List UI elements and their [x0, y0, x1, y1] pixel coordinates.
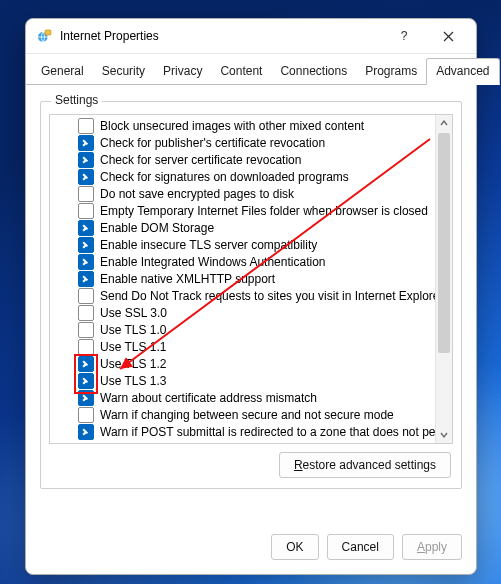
settings-item-label: Warn if changing between secure and not … [100, 408, 394, 422]
internet-properties-dialog: Internet Properties ? GeneralSecurityPri… [25, 18, 477, 575]
restore-label-rest: estore advanced settings [303, 458, 436, 472]
settings-row[interactable]: Empty Temporary Internet Files folder wh… [78, 202, 452, 219]
checkbox[interactable] [78, 237, 94, 253]
settings-row[interactable]: Check for server certificate revocation [78, 151, 452, 168]
checkbox[interactable] [78, 424, 94, 440]
checkbox[interactable] [78, 390, 94, 406]
checkbox[interactable] [78, 305, 94, 321]
settings-row[interactable]: Check for publisher's certificate revoca… [78, 134, 452, 151]
settings-item-label: Check for signatures on downloaded progr… [100, 170, 349, 184]
close-icon [443, 31, 454, 42]
checkbox[interactable] [78, 186, 94, 202]
cancel-label: Cancel [342, 540, 379, 554]
checkbox[interactable] [78, 169, 94, 185]
checkbox[interactable] [78, 322, 94, 338]
scrollbar[interactable] [435, 115, 452, 443]
settings-item-label: Enable insecure TLS server compatibility [100, 238, 317, 252]
settings-row[interactable]: Use TLS 1.0 [78, 321, 452, 338]
settings-list-box: Block unsecured images with other mixed … [49, 114, 453, 444]
tab-programs[interactable]: Programs [356, 59, 426, 84]
ok-button[interactable]: OK [271, 534, 318, 560]
dialog-body: Settings Block unsecured images with oth… [26, 85, 476, 522]
scroll-down-arrow-icon[interactable] [436, 427, 452, 443]
scrollbar-thumb[interactable] [438, 133, 450, 353]
internet-options-icon [36, 28, 52, 44]
checkbox[interactable] [78, 254, 94, 270]
close-button[interactable] [426, 22, 470, 50]
checkbox[interactable] [78, 373, 94, 389]
settings-row[interactable]: Use SSL 3.0 [78, 304, 452, 321]
tab-privacy[interactable]: Privacy [154, 59, 211, 84]
checkbox[interactable] [78, 288, 94, 304]
settings-item-label: Block unsecured images with other mixed … [100, 119, 364, 133]
ok-label: OK [286, 540, 303, 554]
settings-list: Block unsecured images with other mixed … [50, 115, 452, 442]
checkbox[interactable] [78, 203, 94, 219]
settings-row[interactable]: Use TLS 1.2 [78, 355, 452, 372]
checkbox[interactable] [78, 339, 94, 355]
settings-item-label: Use TLS 1.2 [100, 357, 166, 371]
settings-row[interactable]: Enable native XMLHTTP support [78, 270, 452, 287]
settings-row[interactable]: Block unsecured images with other mixed … [78, 117, 452, 134]
settings-item-label: Use TLS 1.3 [100, 374, 166, 388]
checkbox[interactable] [78, 118, 94, 134]
settings-item-label: Send Do Not Track requests to sites you … [100, 289, 444, 303]
cancel-button[interactable]: Cancel [327, 534, 394, 560]
settings-row[interactable]: Warn about certificate address mismatch [78, 389, 452, 406]
settings-item-label: Enable Integrated Windows Authentication [100, 255, 325, 269]
checkbox[interactable] [78, 356, 94, 372]
help-icon: ? [398, 30, 410, 42]
svg-rect-1 [45, 30, 51, 35]
settings-row[interactable]: Do not save encrypted pages to disk [78, 185, 452, 202]
settings-item-label: Use TLS 1.1 [100, 340, 166, 354]
settings-row[interactable]: Warn if POST submittal is redirected to … [78, 423, 452, 440]
settings-row[interactable]: Use TLS 1.3 [78, 372, 452, 389]
window-title: Internet Properties [60, 29, 382, 43]
apply-mnemonic: A [417, 540, 425, 554]
settings-row[interactable]: Warn if changing between secure and not … [78, 406, 452, 423]
checkbox[interactable] [78, 407, 94, 423]
checkbox[interactable] [78, 135, 94, 151]
help-button[interactable]: ? [382, 22, 426, 50]
settings-item-label: Empty Temporary Internet Files folder wh… [100, 204, 428, 218]
restore-advanced-button[interactable]: Restore advanced settings [279, 452, 451, 478]
checkbox[interactable] [78, 152, 94, 168]
settings-row[interactable]: Enable Integrated Windows Authentication [78, 253, 452, 270]
settings-row[interactable]: Send Do Not Track requests to sites you … [78, 287, 452, 304]
checkbox[interactable] [78, 271, 94, 287]
tab-security[interactable]: Security [93, 59, 154, 84]
settings-item-label: Use TLS 1.0 [100, 323, 166, 337]
settings-row[interactable]: Enable insecure TLS server compatibility [78, 236, 452, 253]
settings-row[interactable]: Enable DOM Storage [78, 219, 452, 236]
tab-general[interactable]: General [32, 59, 93, 84]
settings-controls: Restore advanced settings [49, 444, 453, 480]
checkbox[interactable] [78, 220, 94, 236]
settings-group: Settings Block unsecured images with oth… [40, 101, 462, 489]
settings-item-label: Use SSL 3.0 [100, 306, 167, 320]
svg-text:?: ? [401, 30, 408, 42]
tab-advanced[interactable]: Advanced [426, 58, 499, 85]
tab-content[interactable]: Content [211, 59, 271, 84]
settings-legend: Settings [51, 93, 102, 107]
settings-item-label: Enable DOM Storage [100, 221, 214, 235]
tab-bar: GeneralSecurityPrivacyContentConnections… [26, 54, 476, 85]
apply-button[interactable]: Apply [402, 534, 462, 560]
tab-connections[interactable]: Connections [271, 59, 356, 84]
settings-item-label: Enable native XMLHTTP support [100, 272, 275, 286]
settings-item-label: Check for publisher's certificate revoca… [100, 136, 325, 150]
apply-label-rest: pply [425, 540, 447, 554]
scroll-up-arrow-icon[interactable] [436, 115, 452, 131]
settings-row[interactable]: Check for signatures on downloaded progr… [78, 168, 452, 185]
restore-mnemonic: R [294, 458, 303, 472]
settings-row[interactable]: Use TLS 1.1 [78, 338, 452, 355]
settings-item-label: Do not save encrypted pages to disk [100, 187, 294, 201]
settings-item-label: Warn about certificate address mismatch [100, 391, 317, 405]
titlebar: Internet Properties ? [26, 19, 476, 54]
settings-item-label: Warn if POST submittal is redirected to … [100, 425, 453, 439]
settings-item-label: Check for server certificate revocation [100, 153, 301, 167]
dialog-button-row: OK Cancel Apply [26, 522, 476, 574]
